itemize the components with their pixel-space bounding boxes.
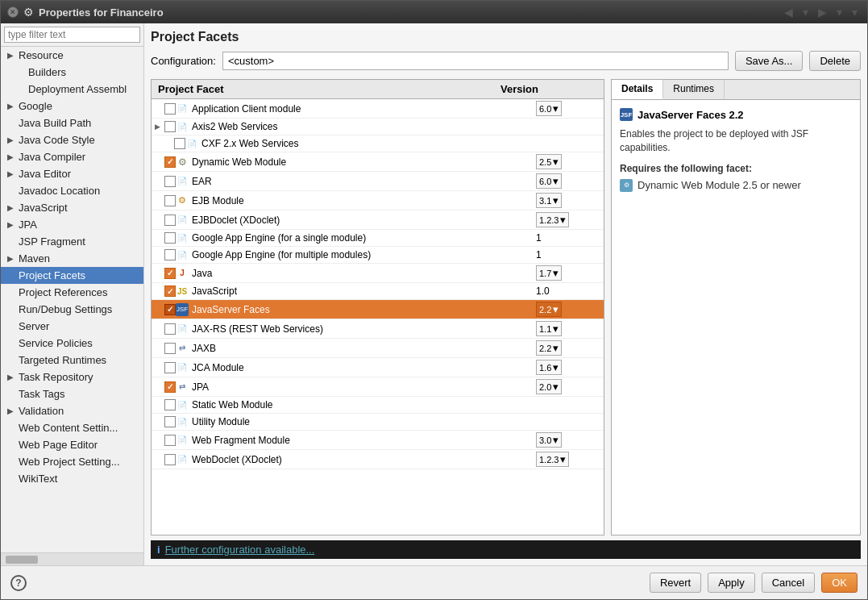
tab-runtimes[interactable]: Runtimes — [663, 80, 725, 99]
nav-forward-dropdown-button[interactable]: ▾ — [833, 4, 845, 20]
version-dropdown[interactable]: 1.7 ▾ — [536, 265, 562, 281]
row-checkbox[interactable]: ✓ — [164, 381, 176, 393]
version-dropdown[interactable]: 2.2 ▾ — [536, 340, 562, 356]
nav-menu-button[interactable]: ▾ — [849, 4, 861, 20]
sidebar-item-maven[interactable]: ▶ Maven — [1, 250, 143, 267]
table-row[interactable]: 📄 Static Web Module — [152, 397, 604, 414]
row-checkbox[interactable]: ✓ — [164, 268, 176, 279]
table-row[interactable]: 📄 EAR 6.0 ▾ — [152, 172, 604, 191]
row-checkbox[interactable] — [164, 323, 176, 335]
sidebar-item-run-debug[interactable]: Run/Debug Settings — [1, 301, 143, 318]
sidebar-item-web-project-setting[interactable]: Web Project Setting... — [1, 453, 143, 470]
scrollbar-thumb[interactable] — [6, 556, 38, 564]
sidebar-item-javadoc[interactable]: Javadoc Location — [1, 182, 143, 199]
version-dropdown[interactable]: 1.2.3 ▾ — [536, 452, 569, 467]
table-row[interactable]: 📄 JAX-RS (REST Web Services) 1.1 ▾ — [152, 319, 604, 339]
sidebar-item-task-tags[interactable]: Task Tags — [1, 385, 143, 402]
sidebar-item-java-build-path[interactable]: Java Build Path — [1, 115, 143, 131]
version-dropdown[interactable]: 3.0 ▾ — [536, 432, 562, 448]
version-dropdown[interactable]: 2.5 ▾ — [536, 154, 562, 169]
table-row[interactable]: 📄 Application Client module 6.0 ▾ — [152, 99, 604, 119]
version-dropdown[interactable]: 6.0 ▾ — [536, 101, 562, 116]
table-row[interactable]: ✓ JS JavaScript 1.0 — [152, 283, 604, 300]
sidebar-item-java-compiler[interactable]: ▶ Java Compiler — [1, 148, 143, 165]
table-row[interactable]: ✓ J Java 1.7 ▾ — [152, 264, 604, 283]
version-dropdown[interactable]: 2.2 ▾ — [536, 302, 562, 317]
row-checkbox[interactable] — [164, 399, 176, 410]
save-as-button[interactable]: Save As... — [735, 51, 804, 71]
sidebar-item-wikitext[interactable]: WikiText — [1, 470, 143, 487]
version-dropdown[interactable]: 1.2.3 ▾ — [536, 212, 569, 227]
row-checkbox[interactable] — [164, 103, 176, 115]
sidebar-item-resource[interactable]: ▶ Resource — [1, 47, 143, 64]
sidebar-item-web-page-editor[interactable]: Web Page Editor — [1, 436, 143, 453]
table-row[interactable]: 📄 Google App Engine (for a single module… — [152, 230, 604, 247]
table-row[interactable]: ✓ ⚙ Dynamic Web Module 2.5 ▾ — [152, 152, 604, 172]
tab-details[interactable]: Details — [612, 80, 663, 99]
row-checkbox[interactable] — [164, 416, 176, 427]
cancel-button[interactable]: Cancel — [762, 573, 815, 593]
version-dropdown[interactable]: 2.0 ▾ — [536, 379, 562, 394]
help-button[interactable]: ? — [10, 575, 27, 591]
config-select[interactable]: <custom> — [222, 52, 729, 70]
table-row[interactable]: ⇄ JAXB 2.2 ▾ — [152, 339, 604, 358]
table-row[interactable]: 📄 WebDoclet (XDoclet) 1.2.3 ▾ — [152, 450, 604, 469]
row-checkbox[interactable] — [164, 195, 176, 206]
sidebar-item-service-policies[interactable]: Service Policies — [1, 335, 143, 352]
row-checkbox[interactable] — [164, 435, 176, 446]
version-dropdown[interactable]: 1.6 ▾ — [536, 360, 562, 375]
sidebar-item-project-facets[interactable]: Project Facets — [1, 267, 143, 284]
row-checkbox[interactable]: ✓ — [164, 304, 176, 315]
row-checkbox[interactable] — [164, 343, 176, 354]
sidebar-item-java-code-style[interactable]: ▶ Java Code Style — [1, 131, 143, 148]
sidebar-item-project-references[interactable]: Project References — [1, 284, 143, 301]
row-checkbox[interactable] — [164, 215, 176, 226]
table-row[interactable]: 📄 Google App Engine (for multiple module… — [152, 247, 604, 264]
sidebar-item-deployment[interactable]: Deployment Assembl — [1, 81, 143, 98]
table-row[interactable]: 📄 EJBDoclet (XDoclet) 1.2.3 ▾ — [152, 210, 604, 230]
sidebar-scrollbar-h[interactable] — [1, 552, 143, 565]
table-row[interactable]: ✓ ⇄ JPA 2.0 ▾ — [152, 377, 604, 397]
sidebar-item-google[interactable]: ▶ Google — [1, 98, 143, 115]
nav-dropdown-button[interactable]: ▾ — [799, 4, 812, 20]
info-link[interactable]: Further configuration available... — [165, 544, 315, 556]
ok-button[interactable]: OK — [821, 573, 858, 593]
row-checkbox[interactable] — [164, 454, 176, 465]
table-row[interactable]: 📄 Web Fragment Module 3.0 ▾ — [152, 431, 604, 450]
table-row[interactable]: 📄 Utility Module — [152, 414, 604, 431]
sidebar-item-builders[interactable]: Builders — [1, 64, 143, 81]
sidebar-item-server[interactable]: Server — [1, 318, 143, 335]
row-checkbox[interactable] — [164, 176, 176, 187]
delete-button[interactable]: Delete — [809, 51, 861, 71]
revert-button[interactable]: Revert — [650, 573, 701, 593]
sidebar-item-java-editor[interactable]: ▶ Java Editor — [1, 165, 143, 182]
sidebar-item-jpa[interactable]: ▶ JPA — [1, 216, 143, 233]
table-row[interactable]: 📄 JCA Module 1.6 ▾ — [152, 358, 604, 377]
nav-back-button[interactable]: ◀ — [781, 4, 796, 20]
sidebar-item-javascript[interactable]: ▶ JavaScript — [1, 199, 143, 216]
row-checkbox[interactable] — [164, 121, 176, 132]
row-checkbox[interactable] — [164, 362, 176, 373]
nav-forward-button[interactable]: ▶ — [815, 4, 830, 20]
version-dropdown[interactable]: 1.1 ▾ — [536, 321, 562, 336]
row-checkbox[interactable] — [174, 138, 185, 149]
table-row[interactable]: ⚙ EJB Module 3.1 ▾ — [152, 191, 604, 210]
version-dropdown[interactable]: 6.0 ▾ — [536, 173, 562, 189]
table-row[interactable]: ▶ 📄 Axis2 Web Services — [152, 119, 604, 135]
close-button[interactable]: ✕ — [7, 6, 19, 18]
row-checkbox[interactable]: ✓ — [164, 156, 176, 168]
row-checkbox[interactable]: ✓ — [164, 285, 176, 297]
table-row[interactable]: 📄 CXF 2.x Web Services — [152, 135, 604, 152]
row-checkbox[interactable] — [164, 249, 176, 260]
sidebar-item-validation[interactable]: ▶ Validation — [1, 402, 143, 419]
version-dropdown[interactable]: 3.1 ▾ — [536, 193, 562, 208]
row-checkbox[interactable] — [164, 232, 176, 244]
sidebar-item-targeted-runtimes[interactable]: Targeted Runtimes — [1, 352, 143, 369]
apply-button[interactable]: Apply — [708, 573, 755, 593]
sidebar-item-jsp-fragment[interactable]: JSP Fragment — [1, 233, 143, 250]
sidebar-item-task-repository[interactable]: ▶ Task Repository — [1, 369, 143, 385]
table-row-jsf[interactable]: ✓ JSF JavaServer Faces 2.2 ▾ — [152, 300, 604, 319]
sidebar-filter-input[interactable] — [4, 27, 140, 43]
expand-icon[interactable]: ▶ — [155, 123, 164, 131]
sidebar-item-web-content[interactable]: Web Content Settin... — [1, 419, 143, 436]
